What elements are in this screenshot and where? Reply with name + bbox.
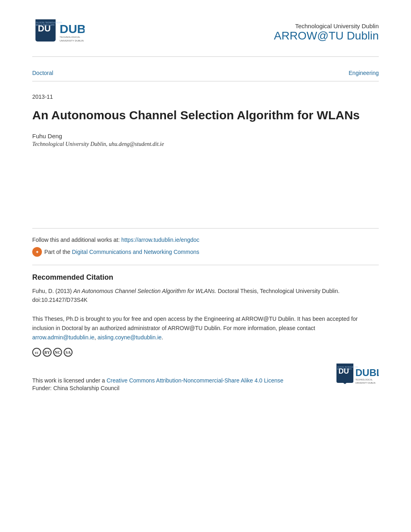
svg-text:OLLSCOIL TEICNEOLAÍOCHTA: OLLSCOIL TEICNEOLAÍOCHTA bbox=[36, 21, 62, 24]
part-of-line: ✦ Part of the Digital Communications and… bbox=[32, 247, 379, 265]
license-text: This work is licensed under a Creative C… bbox=[32, 376, 334, 385]
svg-text:DUBLIN: DUBLIN bbox=[355, 367, 379, 378]
follow-text: Follow this and additional works at: htt… bbox=[32, 237, 379, 243]
bottom-logo-area: DU OLLSCOIL TEICNEOLAÍOCHTA BHAILE ÁTHA … bbox=[334, 362, 379, 391]
breadcrumb: Doctoral Engineering bbox=[32, 65, 379, 81]
svg-text:BHAILE ÁTHA CLIATH: BHAILE ÁTHA CLIATH bbox=[337, 368, 352, 370]
recommended-citation-text: Fuhu, D. (2013) An Autonomous Channel Se… bbox=[32, 287, 379, 305]
document-title: An Autonomous Channel Selection Algorith… bbox=[32, 107, 379, 123]
publication-date: 2013-11 bbox=[32, 94, 379, 100]
svg-text:BHAILE ÁTHA CLIATH: BHAILE ÁTHA CLIATH bbox=[36, 24, 54, 26]
contact-link-1[interactable]: arrow.admin@tudublin.ie bbox=[32, 334, 94, 341]
logo-area: DU OLLSCOIL TEICNEOLAÍOCHTA BHAILE ÁTHA … bbox=[32, 16, 85, 48]
contact-link-2[interactable]: aisling.coyne@tudublin.ie bbox=[98, 334, 162, 341]
part-of-prefix: Part of the bbox=[44, 249, 71, 255]
cc-icon-sa: SA bbox=[64, 348, 73, 357]
university-logo: DU OLLSCOIL TEICNEOLAÍOCHTA BHAILE ÁTHA … bbox=[32, 16, 85, 48]
arrow-link[interactable]: ARROW@TU Dublin bbox=[274, 29, 379, 42]
cc-icon-cc: cc bbox=[32, 348, 41, 357]
recommended-citation-heading: Recommended Citation bbox=[32, 273, 379, 282]
svg-text:UNIVERSITY DUBLIN: UNIVERSITY DUBLIN bbox=[355, 382, 376, 384]
author-name: Fuhu Deng bbox=[32, 133, 379, 139]
bottom-area: This work is licensed under a Creative C… bbox=[32, 362, 379, 391]
svg-text:✦: ✦ bbox=[35, 250, 39, 254]
citation-before-italic: Fuhu, D. (2013) bbox=[32, 288, 73, 294]
bottom-left: This work is licensed under a Creative C… bbox=[32, 376, 334, 391]
author-affiliation: Technological University Dublin, uhu.den… bbox=[32, 141, 379, 148]
commons-icon: ✦ bbox=[32, 247, 42, 257]
license-link[interactable]: Creative Commons Attribution-Noncommerci… bbox=[106, 377, 283, 384]
cc-license-area: cc BY NC SA bbox=[32, 348, 379, 357]
cc-icon-by: BY bbox=[43, 348, 52, 357]
header-right: Technological University Dublin ARROW@TU… bbox=[274, 23, 379, 42]
body-text: This Theses, Ph.D is brought to you for … bbox=[32, 314, 379, 342]
affiliation-institution: Technological University Dublin bbox=[32, 141, 106, 147]
bottom-university-logo: DU OLLSCOIL TEICNEOLAÍOCHTA BHAILE ÁTHA … bbox=[334, 362, 379, 390]
svg-text:TECHNOLOGICAL: TECHNOLOGICAL bbox=[355, 378, 373, 381]
author-email: uhu.deng@student.dit.ie bbox=[109, 141, 164, 147]
license-prefix: This work is licensed under a bbox=[32, 377, 106, 384]
svg-text:DUBLIN: DUBLIN bbox=[60, 22, 85, 35]
breadcrumb-doctoral[interactable]: Doctoral bbox=[32, 70, 53, 76]
institution-name: Technological University Dublin bbox=[274, 23, 379, 29]
cc-icon-nc: NC bbox=[53, 348, 62, 357]
svg-text:UNIVERSITY DUBLIN: UNIVERSITY DUBLIN bbox=[60, 39, 84, 42]
svg-text:OLLSCOIL TEICNEOLAÍOCHTA: OLLSCOIL TEICNEOLAÍOCHTA bbox=[337, 366, 358, 368]
citation-italic: An Autonomous Channel Selection Algorith… bbox=[73, 288, 216, 294]
cc-badge: cc BY NC SA bbox=[32, 348, 73, 357]
follow-link[interactable]: https://arrow.tudublin.ie/engdoc bbox=[121, 237, 199, 243]
cc-icons-row: cc BY NC SA bbox=[32, 348, 73, 357]
commons-link[interactable]: Digital Communications and Networking Co… bbox=[72, 249, 199, 255]
funder-text: Funder: China Scholarship Council bbox=[32, 385, 334, 391]
body-text-content: This Theses, Ph.D is brought to you for … bbox=[32, 316, 358, 331]
svg-text:TECHNOLOGICAL: TECHNOLOGICAL bbox=[60, 36, 81, 38]
follow-section: Follow this and additional works at: htt… bbox=[32, 228, 379, 265]
breadcrumb-engineering[interactable]: Engineering bbox=[349, 70, 379, 76]
page-header: DU OLLSCOIL TEICNEOLAÍOCHTA BHAILE ÁTHA … bbox=[32, 16, 379, 57]
